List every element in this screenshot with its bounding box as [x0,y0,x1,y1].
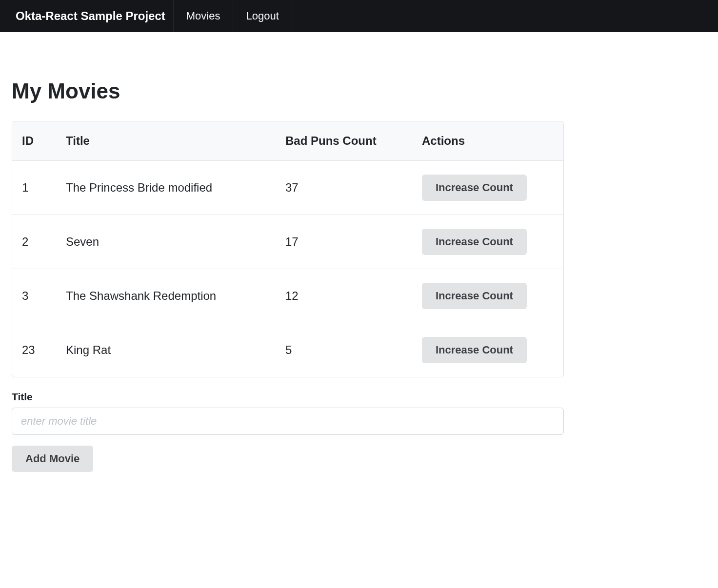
cell-count: 5 [276,323,412,377]
main-container: My Movies ID Title Bad Puns Count Action… [0,32,576,484]
increase-count-button[interactable]: Increase Count [422,337,527,363]
title-label: Title [12,391,564,403]
table-header-actions: Actions [412,121,563,161]
table-header-count: Bad Puns Count [276,121,412,161]
nav-link-movies[interactable]: Movies [173,0,233,32]
nav-link-logout[interactable]: Logout [233,0,292,32]
cell-id: 1 [12,161,56,215]
table-row: 23 King Rat 5 Increase Count [12,323,563,377]
table-header-id: ID [12,121,56,161]
cell-actions: Increase Count [412,269,563,323]
increase-count-button[interactable]: Increase Count [422,283,527,309]
cell-title: The Princess Bride modified [56,161,276,215]
cell-count: 37 [276,161,412,215]
table-row: 3 The Shawshank Redemption 12 Increase C… [12,269,563,323]
navbar: Okta-React Sample Project Movies Logout [0,0,718,32]
cell-actions: Increase Count [412,161,563,215]
cell-count: 17 [276,215,412,269]
cell-count: 12 [276,269,412,323]
page-title: My Movies [12,79,564,103]
table-header-title: Title [56,121,276,161]
movies-table: ID Title Bad Puns Count Actions 1 The Pr… [12,121,564,377]
cell-id: 23 [12,323,56,377]
table-row: 1 The Princess Bride modified 37 Increas… [12,161,563,215]
increase-count-button[interactable]: Increase Count [422,175,527,201]
cell-title: The Shawshank Redemption [56,269,276,323]
table-header-row: ID Title Bad Puns Count Actions [12,121,563,161]
cell-actions: Increase Count [412,215,563,269]
cell-title: King Rat [56,323,276,377]
cell-id: 2 [12,215,56,269]
add-movie-button[interactable]: Add Movie [12,446,93,472]
navbar-brand[interactable]: Okta-React Sample Project [8,0,173,32]
table-row: 2 Seven 17 Increase Count [12,215,563,269]
cell-actions: Increase Count [412,323,563,377]
add-movie-form: Title Add Movie [12,391,564,472]
cell-id: 3 [12,269,56,323]
cell-title: Seven [56,215,276,269]
increase-count-button[interactable]: Increase Count [422,229,527,255]
title-input[interactable] [12,408,564,435]
